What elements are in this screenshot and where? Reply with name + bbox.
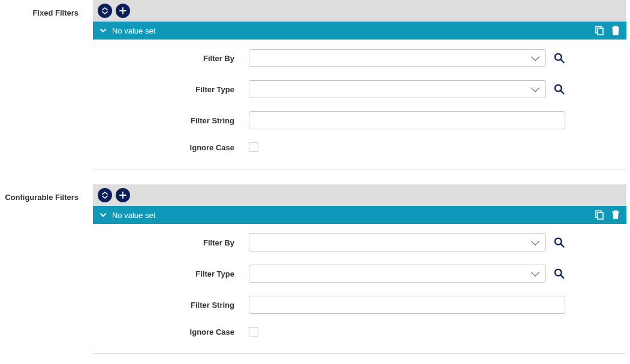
filter-type-lookup-button[interactable] — [553, 268, 565, 280]
label-filter-string: Filter String — [105, 116, 249, 125]
panel-toolbar-configurable — [93, 184, 626, 206]
row-filter-by: Filter By — [105, 49, 614, 67]
delete-icon[interactable] — [611, 210, 620, 220]
plus-icon — [119, 192, 126, 199]
label-filter-string: Filter String — [105, 301, 249, 310]
item-header-fixed[interactable]: No value set — [93, 22, 626, 40]
copy-icon[interactable] — [594, 210, 605, 220]
search-icon — [553, 236, 565, 248]
label-ignore-case: Ignore Case — [105, 143, 249, 152]
label-filter-by: Filter By — [105, 54, 249, 63]
svg-rect-3 — [614, 26, 617, 27]
item-title: No value set — [112, 211, 594, 220]
section-fixed-filters: Fixed Filters No value set — [0, 0, 630, 169]
svg-rect-2 — [612, 27, 619, 28]
collapse-icon — [101, 7, 108, 14]
filter-string-input[interactable] — [249, 111, 565, 129]
filter-by-select[interactable] — [249, 49, 546, 67]
collapse-icon — [101, 192, 108, 199]
section-configurable-filters: Configurable Filters No value set — [0, 184, 630, 353]
add-button[interactable] — [116, 188, 130, 202]
plus-icon — [119, 7, 126, 14]
row-filter-string: Filter String — [105, 296, 614, 314]
label-filter-by: Filter By — [105, 238, 249, 247]
section-label-configurable: Configurable Filters — [0, 184, 93, 202]
filter-type-lookup-button[interactable] — [553, 83, 565, 95]
search-icon — [553, 83, 565, 95]
label-ignore-case: Ignore Case — [105, 327, 249, 336]
svg-rect-8 — [612, 211, 619, 213]
copy-icon[interactable] — [594, 25, 605, 36]
filter-type-select[interactable] — [249, 265, 546, 283]
row-filter-type: Filter Type — [105, 265, 614, 283]
form-body-configurable: Filter By Filter Type Filter — [93, 224, 626, 353]
chevron-down-icon — [99, 211, 107, 219]
panel-configurable: No value set Filter By — [93, 184, 626, 353]
svg-rect-7 — [598, 213, 603, 219]
row-ignore-case: Ignore Case — [105, 327, 614, 336]
filter-by-select[interactable] — [249, 233, 546, 251]
row-filter-string: Filter String — [105, 111, 614, 129]
delete-icon[interactable] — [611, 25, 620, 36]
section-label-fixed: Fixed Filters — [0, 0, 93, 17]
svg-rect-1 — [598, 28, 603, 35]
ignore-case-checkbox[interactable] — [249, 327, 258, 336]
collapse-all-button[interactable] — [98, 188, 112, 202]
filter-by-lookup-button[interactable] — [553, 236, 565, 248]
label-filter-type: Filter Type — [105, 269, 249, 278]
panel-toolbar-fixed — [93, 0, 626, 22]
chevron-down-icon — [99, 26, 107, 35]
svg-rect-9 — [614, 210, 617, 211]
item-title: No value set — [112, 26, 594, 35]
item-header-configurable[interactable]: No value set — [93, 206, 626, 224]
filter-type-select[interactable] — [249, 80, 546, 98]
ignore-case-checkbox[interactable] — [249, 142, 258, 152]
panel-fixed: No value set Filter By — [93, 0, 626, 169]
filter-by-lookup-button[interactable] — [553, 52, 565, 64]
label-filter-type: Filter Type — [105, 85, 249, 94]
row-filter-by: Filter By — [105, 233, 614, 251]
search-icon — [553, 52, 565, 64]
row-ignore-case: Ignore Case — [105, 142, 614, 152]
add-button[interactable] — [116, 4, 130, 18]
collapse-all-button[interactable] — [98, 4, 112, 18]
search-icon — [553, 268, 565, 280]
form-body-fixed: Filter By Filter Type Filter — [93, 40, 626, 169]
filter-string-input[interactable] — [249, 296, 565, 314]
row-filter-type: Filter Type — [105, 80, 614, 98]
